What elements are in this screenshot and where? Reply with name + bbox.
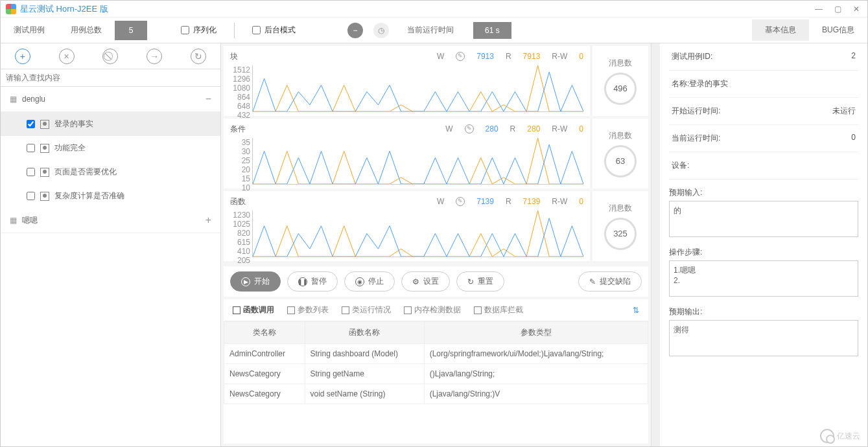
- close-button[interactable]: ✕: [850, 3, 862, 15]
- chart-card-2: 函数 W ✎ 7139 R 7139 R-W 0 123010258206154…: [224, 191, 590, 261]
- serialize-checkbox[interactable]: 序列化: [181, 25, 217, 36]
- tab-memory[interactable]: 内存检测数据: [404, 304, 461, 315]
- stop-button[interactable]: ◉停止: [344, 271, 395, 292]
- tab-basic-info[interactable]: 基本信息: [752, 19, 809, 41]
- metric-rw-label: R-W: [552, 197, 567, 206]
- info-panel: 测试用例ID:2 名称:登录的事实 开始运行时间:未运行 当前运行时间:0 设备…: [660, 43, 867, 446]
- metric-w-label: W: [437, 197, 444, 206]
- expected-output-field[interactable]: [669, 320, 858, 356]
- watermark: 亿速云: [820, 429, 860, 443]
- y-axis-ticks: 151212961080864648432216: [230, 65, 252, 112]
- search-input[interactable]: [1, 69, 220, 87]
- metric-w-value: 7139: [476, 197, 494, 206]
- metric-w-label: W: [437, 52, 444, 61]
- reset-button[interactable]: ↻重置: [456, 271, 504, 292]
- minus-icon[interactable]: −: [347, 23, 363, 38]
- steps-field[interactable]: [669, 260, 858, 297]
- pencil-icon[interactable]: ✎: [456, 52, 465, 61]
- pause-button[interactable]: ❚❚暂停: [287, 271, 338, 292]
- chart-card-1: 条件 W ✎ 280 R 280 R-W 0 3530252015105: [224, 119, 590, 189]
- total-label: 用例总数: [58, 25, 115, 36]
- tree-item-checkbox[interactable]: [27, 192, 35, 200]
- tab-bug-info[interactable]: BUG信息: [809, 19, 867, 41]
- clock-icon[interactable]: ◷: [373, 23, 389, 38]
- chart-name: 块: [230, 51, 256, 62]
- table-row[interactable]: NewsCategoryvoid setName (String)(Ljava/…: [224, 384, 648, 404]
- collapse-icon[interactable]: −: [205, 93, 211, 105]
- maximize-button[interactable]: ▢: [832, 3, 844, 15]
- tree-item-checkbox[interactable]: [27, 144, 35, 152]
- tree-item-checkbox[interactable]: [27, 120, 35, 128]
- runtime-label: 当前运行时间: [394, 25, 467, 36]
- chart-name: 函数: [230, 196, 256, 207]
- info-id-value: 2: [851, 51, 856, 62]
- col-class: 类名称: [224, 322, 305, 344]
- table-row[interactable]: NewsCategoryString getName()Ljava/lang/S…: [224, 364, 648, 384]
- tree-group-denglu[interactable]: ▦ denglu −: [1, 87, 220, 112]
- metric-r-label: R: [506, 197, 511, 206]
- message-label: 消息数: [609, 130, 632, 141]
- metric-r-label: R: [506, 52, 511, 61]
- edit-icon[interactable]: ⃠: [102, 49, 118, 64]
- app-title: 星云测试 Horn-J2EE 版: [20, 3, 108, 15]
- message-label: 消息数: [609, 58, 632, 69]
- metric-rw-value: 0: [579, 124, 583, 133]
- target-icon: [40, 168, 49, 177]
- toolbar: 测试用例 用例总数 5 序列化 后台模式 − ◷ 当前运行时间 61 s 基本信…: [1, 17, 867, 43]
- gear-icon: ⚙: [412, 277, 419, 286]
- vertical-scrollbar[interactable]: [651, 43, 660, 446]
- background-checkbox[interactable]: 后台模式: [252, 25, 296, 36]
- tree-item-1[interactable]: 功能完全: [1, 136, 220, 160]
- sync-icon[interactable]: ⇅: [633, 306, 639, 315]
- info-device-label: 设备:: [672, 160, 689, 171]
- tree-group-label: 嗯嗯: [22, 215, 38, 226]
- start-button[interactable]: ▶开始: [230, 271, 281, 292]
- refresh-icon[interactable]: ↻: [191, 49, 206, 64]
- metric-r-value: 7913: [523, 52, 541, 61]
- settings-button[interactable]: ⚙设置: [401, 271, 450, 292]
- table-row[interactable]: AdminControllerString dashboard (Model)(…: [224, 344, 648, 364]
- message-label: 消息数: [609, 203, 632, 214]
- metric-rw-value: 0: [579, 197, 583, 206]
- add-icon[interactable]: +: [15, 49, 30, 64]
- y-axis-ticks: 12301025820615410205: [230, 211, 252, 257]
- delete-icon[interactable]: ×: [59, 49, 75, 64]
- tree-item-label: 页面是否需要优化: [54, 166, 117, 178]
- tab-icon: [287, 306, 295, 314]
- tree-item-checkbox[interactable]: [27, 168, 35, 176]
- tab-class-runtime[interactable]: 类运行情况: [342, 304, 391, 315]
- submit-defect-button[interactable]: ✎提交缺陷: [578, 271, 642, 292]
- stop-icon: ◉: [355, 277, 364, 286]
- tree-item-label: 登录的事实: [54, 119, 93, 130]
- tree-item-2[interactable]: 页面是否需要优化: [1, 160, 220, 184]
- forward-icon[interactable]: →: [147, 49, 162, 64]
- grid-icon: ▦: [10, 216, 17, 225]
- info-start-label: 开始运行时间:: [672, 106, 720, 117]
- tree-group-enen[interactable]: ▦ 嗯嗯 +: [1, 208, 220, 233]
- steps-label: 操作步骤:: [669, 247, 858, 258]
- total-count: 5: [115, 21, 147, 40]
- expand-icon[interactable]: +: [205, 214, 211, 226]
- tab-db-intercept[interactable]: 数据库拦截: [474, 304, 523, 315]
- play-icon: ▶: [241, 277, 250, 286]
- tree-item-0[interactable]: 登录的事实: [1, 112, 220, 136]
- pencil-icon[interactable]: ✎: [465, 124, 474, 133]
- expected-input-field[interactable]: [669, 201, 858, 237]
- tab-param-list[interactable]: 参数列表: [287, 304, 329, 315]
- message-count-value: 63: [604, 145, 637, 178]
- col-param: 参数类型: [424, 322, 648, 344]
- metric-r-label: R: [510, 124, 516, 133]
- edit-icon: ✎: [589, 277, 596, 286]
- minimize-button[interactable]: —: [812, 3, 825, 15]
- tab-icon: [342, 306, 349, 314]
- plot-area: [252, 65, 583, 112]
- info-id-label: 测试用例ID:: [672, 51, 712, 62]
- message-count-value: 325: [604, 218, 637, 250]
- info-current-label: 当前运行时间:: [672, 133, 720, 144]
- chart-name: 条件: [230, 124, 256, 135]
- tree-item-3[interactable]: 复杂度计算是否准确: [1, 184, 220, 208]
- tab-icon: [474, 306, 482, 314]
- metric-r-value: 7139: [523, 197, 541, 206]
- pencil-icon[interactable]: ✎: [456, 197, 465, 206]
- tab-func-call[interactable]: 函数调用: [233, 304, 274, 315]
